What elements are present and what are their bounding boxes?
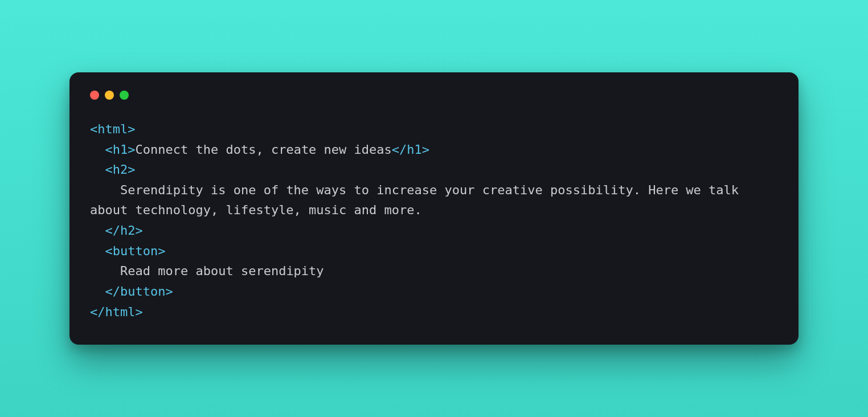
tag-h2-open: <h2> bbox=[105, 162, 136, 177]
code-window: <html> <h1>Connect the dots, create new … bbox=[69, 72, 799, 345]
tag-button-close: </button> bbox=[105, 284, 173, 299]
tag-html-close: </html> bbox=[90, 305, 143, 319]
button-text: Read more about serendipity bbox=[120, 264, 324, 278]
tag-button-open: <button> bbox=[105, 244, 166, 258]
code-block: <html> <h1>Connect the dots, create new … bbox=[90, 119, 778, 322]
tag-h2-close: </h2> bbox=[105, 223, 143, 238]
h2-text: Serendipity is one of the ways to increa… bbox=[90, 183, 746, 218]
tag-h1-close: </h1> bbox=[392, 142, 429, 157]
window-titlebar bbox=[90, 91, 778, 100]
h1-text: Connect the dots, create new ideas bbox=[135, 142, 391, 157]
tag-html-open: <html> bbox=[90, 122, 135, 136]
maximize-icon[interactable] bbox=[120, 91, 129, 100]
tag-h1-open: <h1> bbox=[105, 142, 136, 157]
minimize-icon[interactable] bbox=[105, 91, 114, 100]
close-icon[interactable] bbox=[90, 91, 99, 100]
